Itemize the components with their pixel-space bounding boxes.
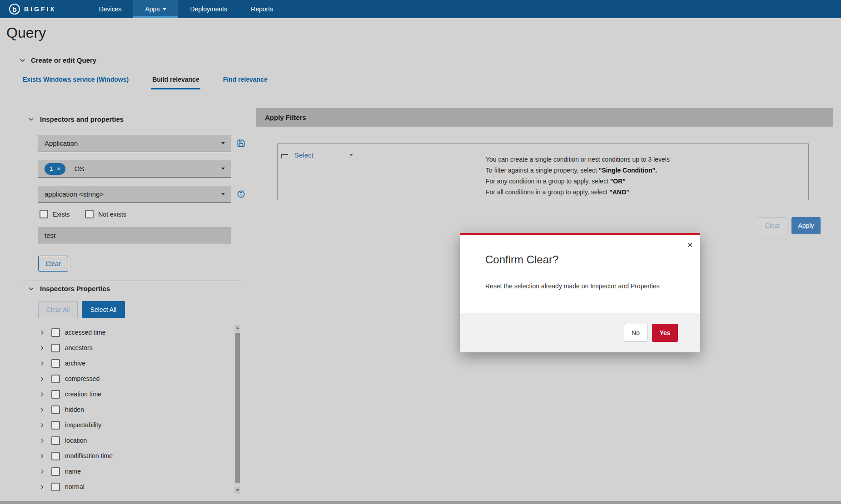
property-row: location <box>22 433 234 448</box>
chevron-right-icon[interactable] <box>39 453 45 459</box>
info-icon[interactable] <box>236 190 245 199</box>
property-row: ancestors <box>22 340 234 356</box>
section-title: Create or edit Query <box>31 56 96 64</box>
nav-item-apps[interactable]: Apps <box>133 0 178 18</box>
property-row: compressed <box>22 371 234 386</box>
property-checkbox[interactable] <box>51 467 60 476</box>
divider <box>22 281 244 281</box>
chevron-right-icon[interactable] <box>39 438 45 444</box>
dialog-message: Reset the selection already made on Insp… <box>485 282 660 290</box>
chevron-down-icon <box>163 8 166 10</box>
nav-item-reports[interactable]: Reports <box>239 0 285 18</box>
divider <box>22 107 244 107</box>
property-checkbox[interactable] <box>51 390 60 399</box>
caret-down-icon <box>221 168 225 170</box>
bigfix-query-screen: b BIGFIX Devices Apps Deployments Report… <box>0 0 841 504</box>
yes-button[interactable]: Yes <box>652 324 678 342</box>
nav-items: Devices Apps Deployments Reports <box>87 0 285 18</box>
select-buttons-row: Clear All Select All <box>38 301 125 318</box>
property-checkbox[interactable] <box>51 421 60 430</box>
filter-condition-box: Select You can create a single condition… <box>277 143 809 200</box>
section-title: Inspectors and properties <box>40 115 124 123</box>
os-dropdown-value: OS <box>75 165 85 173</box>
property-checkbox[interactable] <box>51 328 60 337</box>
save-query-icon[interactable] <box>236 139 245 148</box>
chevron-down-icon <box>28 285 35 292</box>
exists-checkbox[interactable] <box>40 210 48 218</box>
chevron-right-icon[interactable] <box>39 345 45 351</box>
tab-build-relevance[interactable]: Build relevance <box>151 76 200 89</box>
select-all-button[interactable]: Select All <box>82 301 125 318</box>
inspector-dropdown-value: Application <box>45 139 78 147</box>
not-exists-checkbox[interactable] <box>85 210 94 218</box>
property-checkbox[interactable] <box>51 375 60 383</box>
os-dropdown[interactable]: 1 × OS <box>38 160 231 178</box>
chevron-right-icon[interactable] <box>39 361 45 366</box>
tab-find-relevance[interactable]: Find relevance <box>222 76 269 89</box>
create-or-edit-query-section[interactable]: Create or edit Query <box>19 56 96 64</box>
chevron-right-icon[interactable] <box>39 376 45 382</box>
property-checkbox[interactable] <box>51 483 60 491</box>
property-label: normal <box>65 483 85 490</box>
clear-all-button[interactable]: Clear All <box>38 301 78 318</box>
dialog-title: Confirm Clear? <box>485 253 558 266</box>
filters-apply-button[interactable]: Apply <box>791 217 821 234</box>
property-checkbox[interactable] <box>51 436 60 445</box>
property-label: location <box>65 437 87 444</box>
property-label: creation time <box>65 390 101 398</box>
filters-clear-button[interactable]: Clear <box>758 217 787 234</box>
property-checkbox[interactable] <box>51 452 60 460</box>
property-label: accessed time <box>65 329 105 336</box>
property-label: hidden <box>65 406 84 413</box>
property-label: name <box>65 468 81 475</box>
nav-item-deployments[interactable]: Deployments <box>178 0 239 18</box>
value-input[interactable] <box>38 227 231 244</box>
page-title: Query <box>6 25 46 41</box>
property-checkbox[interactable] <box>51 359 60 368</box>
nav-item-devices[interactable]: Devices <box>87 0 134 18</box>
chevron-right-icon[interactable] <box>39 407 45 413</box>
help-line: You can create a single condition or nes… <box>486 154 670 165</box>
inspectors-properties-section[interactable]: Inspectors and properties <box>28 115 124 123</box>
property-row: accessed time <box>22 325 234 340</box>
property-checkbox[interactable] <box>51 344 60 352</box>
clear-inspectors-button[interactable]: Clear <box>38 256 68 272</box>
remove-filter-icon[interactable]: × <box>57 165 60 172</box>
property-label: compressed <box>65 375 100 382</box>
inspector-dropdown[interactable]: Application <box>38 135 231 152</box>
close-icon[interactable]: × <box>687 240 693 249</box>
caret-down-icon <box>349 154 353 156</box>
chevron-down-icon <box>19 57 26 64</box>
inspectors-column: Inspectors and properties Application 1 … <box>22 107 245 498</box>
bigfix-logo-icon: b <box>9 4 20 15</box>
filter-help-text: You can create a single condition or nes… <box>486 154 670 198</box>
query-tabs: Exists Windows service (Windows) Build r… <box>22 76 269 89</box>
chevron-right-icon[interactable] <box>39 484 45 490</box>
scrollbar-down-arrow[interactable] <box>234 487 240 494</box>
property-dropdown[interactable]: application <string> <box>38 186 231 203</box>
inspectors-properties-list-section[interactable]: Inspectors Properties <box>28 285 110 292</box>
property-row: hidden <box>22 402 234 417</box>
condition-select-dropdown[interactable]: Select <box>291 148 357 162</box>
property-checkbox[interactable] <box>51 405 60 414</box>
help-line: For all conditions in a group to apply, … <box>486 187 670 198</box>
chevron-right-icon[interactable] <box>39 469 45 474</box>
scrollbar-up-arrow[interactable] <box>234 325 240 331</box>
condition-select-value: Select <box>294 151 314 159</box>
scrollbar-thumb[interactable] <box>235 333 240 483</box>
property-row: inspectability <box>22 417 234 433</box>
chevron-right-icon[interactable] <box>39 330 45 336</box>
vertical-scrollbar[interactable] <box>234 325 240 494</box>
bottom-edge-strip <box>0 501 841 504</box>
chevron-right-icon[interactable] <box>39 422 45 428</box>
chevron-right-icon[interactable] <box>39 391 45 397</box>
exists-options-row: Exists Not exists <box>40 210 126 218</box>
tab-exists-windows-service[interactable]: Exists Windows service (Windows) <box>22 76 129 89</box>
property-row: name <box>22 464 234 479</box>
brand: b BIGFIX <box>0 0 65 18</box>
property-dropdown-value: application <string> <box>45 190 104 198</box>
property-row: archive <box>22 356 234 371</box>
property-row: normal <box>22 479 234 494</box>
property-label: modification time <box>65 452 113 460</box>
no-button[interactable]: No <box>624 324 647 342</box>
